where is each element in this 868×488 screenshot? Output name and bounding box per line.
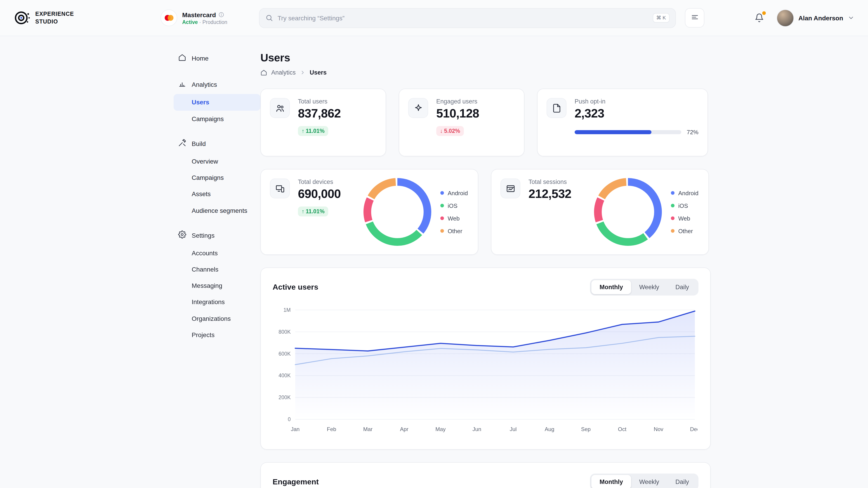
- workspace-switcher[interactable]: Mastercard Active · Production: [160, 9, 259, 26]
- legend-label: Android: [678, 190, 699, 196]
- legend-dot: [440, 229, 444, 233]
- sessions-legend: AndroidiOSWebOther: [671, 190, 699, 234]
- stat-card-total-users: Total users 837,862 ↑ 11.01%: [260, 89, 386, 156]
- legend-dot: [671, 229, 675, 233]
- breadcrumb-analytics[interactable]: Analytics: [271, 69, 296, 76]
- breadcrumb: Analytics Users: [260, 69, 711, 76]
- legend-label: Web: [678, 215, 690, 222]
- legend-dot: [440, 191, 444, 195]
- arrow-down-icon: ↓: [440, 128, 443, 134]
- sidebar-item-home[interactable]: Home: [174, 49, 260, 68]
- sidebar-item-audience-segments[interactable]: Audience segments: [174, 202, 260, 219]
- main-content: Users Analytics Users Total users 837,86…: [260, 36, 711, 488]
- svg-text:400K: 400K: [278, 372, 291, 379]
- svg-text:Jun: Jun: [472, 426, 481, 432]
- stat-label: Engaged users: [436, 98, 515, 105]
- star-icon: [408, 98, 428, 118]
- legend-item-web: Web: [671, 215, 699, 222]
- active-users-tabs: Monthly Weekly Daily: [590, 279, 699, 295]
- search-input[interactable]: [278, 14, 648, 22]
- search-bar[interactable]: ⌘ K: [259, 8, 676, 28]
- svg-text:1M: 1M: [283, 307, 291, 313]
- engagement-tab-weekly[interactable]: Weekly: [631, 475, 667, 488]
- engagement-title: Engagement: [273, 477, 319, 486]
- engagement-tabs: Monthly Weekly Daily: [590, 474, 699, 488]
- sidebar-item-messaging[interactable]: Messaging: [174, 278, 260, 294]
- engagement-card: Engagement Monthly Weekly Daily: [260, 462, 711, 488]
- active-users-chart: 0200K400K600K800K1MJanFebMarAprMayJunJul…: [273, 303, 698, 438]
- sidebar-item-users[interactable]: Users: [174, 94, 260, 110]
- stat-value: 837,862: [298, 107, 377, 121]
- svg-text:May: May: [435, 426, 445, 432]
- page-title: Users: [260, 52, 711, 64]
- delta-badge: ↑ 11.01%: [298, 126, 328, 136]
- sidebar-item-organizations[interactable]: Organizations: [174, 310, 260, 326]
- app-root: EXPERIENCE STUDIO Mastercard Active · Pr…: [0, 0, 868, 488]
- user-name: Alan Anderson: [798, 14, 843, 22]
- sidebar-item-build[interactable]: Build: [174, 134, 260, 153]
- svg-text:Jan: Jan: [291, 426, 300, 432]
- stat-value: 2,323: [575, 107, 699, 121]
- info-icon[interactable]: [218, 12, 224, 18]
- stat-label: Push opt-in: [575, 98, 699, 105]
- legend-dot: [440, 217, 444, 220]
- engagement-tab-daily[interactable]: Daily: [667, 475, 697, 488]
- active-users-tab-weekly[interactable]: Weekly: [631, 280, 667, 294]
- analytics-icon: [178, 79, 186, 90]
- active-users-tab-daily[interactable]: Daily: [667, 280, 697, 294]
- users-icon: [270, 98, 290, 118]
- legend-item-web: Web: [440, 215, 468, 222]
- svg-text:Aug: Aug: [545, 426, 555, 432]
- legend-dot: [671, 217, 675, 220]
- arrow-up-icon: ↑: [302, 208, 305, 215]
- engagement-tab-monthly[interactable]: Monthly: [591, 475, 631, 488]
- legend-item-android: Android: [440, 190, 468, 196]
- sidebar-item-campaigns[interactable]: Campaigns: [174, 169, 260, 186]
- chevron-right-icon: [300, 70, 306, 75]
- sidebar-item-overview[interactable]: Overview: [174, 153, 260, 169]
- sidebar-item-campaigns[interactable]: Campaigns: [174, 110, 260, 127]
- legend-item-android: Android: [671, 190, 699, 196]
- brand-line1: EXPERIENCE: [35, 11, 74, 18]
- svg-text:Nov: Nov: [654, 426, 663, 432]
- sidebar-item-analytics[interactable]: Analytics: [174, 75, 260, 94]
- legend-dot: [440, 204, 444, 207]
- search-icon: [266, 14, 273, 22]
- sidebar-item-integrations[interactable]: Integrations: [174, 294, 260, 310]
- sidebar-item-accounts[interactable]: Accounts: [174, 245, 260, 261]
- sidebar-item-projects[interactable]: Projects: [174, 327, 260, 343]
- distribution-card-total-sessions: Total sessions 212,532 AndroidiOSWebOthe…: [491, 169, 709, 255]
- sidebar-item-channels[interactable]: Channels: [174, 261, 260, 278]
- delta-badge: ↑ 11.01%: [298, 206, 328, 217]
- user-menu[interactable]: Alan Anderson: [777, 9, 855, 26]
- stat-card-push-opt-in: Push opt-in 2,323 72%: [537, 89, 708, 156]
- settings-icon: [178, 230, 186, 240]
- svg-text:Mar: Mar: [363, 426, 373, 432]
- devices-icon: [270, 178, 290, 198]
- sidebar-item-label: Settings: [192, 231, 215, 239]
- brand: EXPERIENCE STUDIO: [13, 9, 160, 26]
- stat-card-engaged-users: Engaged users 510,128 ↓ 5.02%: [399, 89, 524, 156]
- sidebar-item-label: Build: [192, 140, 206, 148]
- legend-label: Other: [447, 228, 462, 234]
- sidebar-item-settings[interactable]: Settings: [174, 226, 260, 245]
- active-users-title: Active users: [273, 283, 318, 292]
- chevron-down-icon: [848, 14, 855, 21]
- build-icon: [178, 139, 186, 149]
- layout-menu-button[interactable]: [685, 8, 704, 28]
- mastercard-icon: [160, 9, 177, 26]
- legend-item-other: Other: [671, 228, 699, 234]
- svg-text:800K: 800K: [278, 329, 291, 335]
- arrow-up-icon: ↑: [302, 128, 305, 134]
- stat-cards-row: Total users 837,862 ↑ 11.01% Engaged use…: [260, 89, 711, 156]
- avatar[interactable]: [777, 9, 794, 26]
- sidebar-item-assets[interactable]: Assets: [174, 186, 260, 202]
- push-progress-bar: [575, 130, 681, 134]
- workspace-name: Mastercard: [182, 11, 216, 18]
- logo-icon[interactable]: [13, 9, 30, 26]
- notifications-button[interactable]: [753, 11, 766, 24]
- distribution-cards-row: Total devices 690,000 ↑ 11.01% AndroidiO…: [260, 169, 711, 255]
- active-users-tab-monthly[interactable]: Monthly: [591, 280, 631, 294]
- home-icon[interactable]: [260, 69, 267, 76]
- legend-label: iOS: [678, 202, 688, 209]
